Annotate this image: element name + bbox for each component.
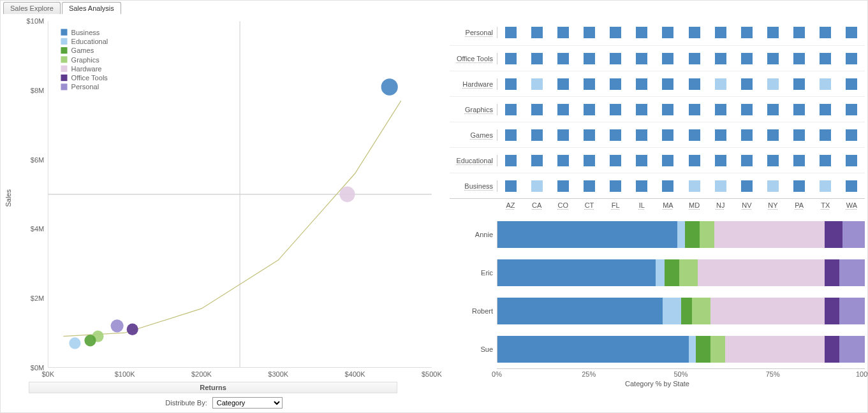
heatmap-col-label[interactable]: WA xyxy=(839,201,865,209)
heatmap-row-label[interactable]: Games xyxy=(450,131,497,139)
heatmap-cell[interactable] xyxy=(786,129,813,141)
heatmap-cell[interactable] xyxy=(733,180,760,192)
stacked-bar[interactable] xyxy=(497,259,865,286)
heatmap-cell[interactable] xyxy=(786,78,813,90)
heatmap-cell[interactable] xyxy=(760,27,786,38)
heatmap-cell[interactable] xyxy=(603,104,629,115)
heatmap-cell[interactable] xyxy=(760,78,786,90)
heatmap-cell[interactable] xyxy=(603,78,629,90)
stacked-segment-hardware[interactable] xyxy=(698,259,825,286)
heatmap-cell[interactable] xyxy=(497,78,524,90)
heatmap-cell[interactable] xyxy=(576,155,602,166)
legend-label[interactable]: Graphics xyxy=(71,55,100,63)
legend-swatch-business[interactable] xyxy=(61,29,67,35)
heatmap-col-label[interactable]: CO xyxy=(550,201,576,209)
stacked-segment-business[interactable] xyxy=(497,298,663,324)
heatmap-cell[interactable] xyxy=(839,78,865,90)
heatmap-cell[interactable] xyxy=(681,27,707,38)
stacked-segment-graphics[interactable] xyxy=(710,336,725,363)
tab-sales-analysis[interactable]: Sales Analysis xyxy=(62,2,121,14)
heatmap-cell[interactable] xyxy=(629,155,655,166)
heatmap-cell[interactable] xyxy=(733,78,760,90)
heatmap-cell[interactable] xyxy=(576,129,602,141)
stacked-segment-games[interactable] xyxy=(665,259,679,286)
heatmap-cell[interactable] xyxy=(524,78,550,90)
heatmap-cell[interactable] xyxy=(497,129,524,141)
heatmap-cell[interactable] xyxy=(681,104,707,115)
heatmap-col-label[interactable]: NY xyxy=(760,201,786,209)
stacked-row-label[interactable]: Eric xyxy=(450,269,497,277)
stacked-segment-hardware[interactable] xyxy=(710,298,825,324)
stacked-segment-graphics[interactable] xyxy=(692,298,710,324)
heatmap-col-label[interactable]: NV xyxy=(733,201,760,209)
stacked-bar[interactable] xyxy=(497,336,865,363)
heatmap-cell[interactable] xyxy=(524,155,550,166)
stacked-segment-educational[interactable] xyxy=(663,298,681,324)
scatter-point-business[interactable] xyxy=(381,78,398,96)
heatmap-cell[interactable] xyxy=(550,104,576,115)
heatmap-cell[interactable] xyxy=(760,104,786,115)
heatmap-row-label[interactable]: Office Tools xyxy=(450,55,497,62)
heatmap-row-label[interactable]: Personal xyxy=(450,29,497,36)
heatmap-cell[interactable] xyxy=(629,129,655,141)
heatmap-cell[interactable] xyxy=(576,180,602,192)
legend-label[interactable]: Games xyxy=(71,47,94,54)
heatmap-cell[interactable] xyxy=(707,27,733,38)
heatmap-col-label[interactable]: CT xyxy=(576,201,602,209)
heatmap-cell[interactable] xyxy=(733,129,760,141)
stacked-segment-hardware[interactable] xyxy=(725,336,825,363)
legend-swatch-educational[interactable] xyxy=(61,38,67,45)
heatmap-cell[interactable] xyxy=(497,104,524,115)
legend-label[interactable]: Personal xyxy=(71,83,99,91)
stacked-segment-graphics[interactable] xyxy=(679,259,698,286)
legend-label[interactable]: Hardware xyxy=(71,65,102,73)
heatmap-cell[interactable] xyxy=(655,27,681,38)
heatmap-cell[interactable] xyxy=(839,155,865,166)
stacked-bars[interactable]: AnnieEricRobertSue0%25%50%75%100%Categor… xyxy=(450,213,865,389)
heatmap-cell[interactable] xyxy=(786,104,813,115)
heatmap-col-label[interactable]: CA xyxy=(524,201,550,209)
legend-swatch-hardware[interactable] xyxy=(61,66,67,72)
stacked-segment-office-tools[interactable] xyxy=(825,336,839,363)
heatmap-cell[interactable] xyxy=(786,53,813,64)
heatmap-cell[interactable] xyxy=(524,27,550,38)
heatmap-cell[interactable] xyxy=(576,104,602,115)
heatmap-cell[interactable] xyxy=(760,155,786,166)
scatter-point-games[interactable] xyxy=(84,335,96,346)
legend-label[interactable]: Office Tools xyxy=(71,74,108,82)
heatmap-cell[interactable] xyxy=(550,27,576,38)
heatmap-cell[interactable] xyxy=(786,155,813,166)
scatter-point-personal[interactable] xyxy=(111,319,124,332)
legend-label[interactable]: Educational xyxy=(71,38,108,45)
heatmap-cell[interactable] xyxy=(839,129,865,141)
stacked-segment-personal[interactable] xyxy=(839,298,865,324)
distribute-select[interactable]: Category xyxy=(212,397,283,409)
heatmap-cell[interactable] xyxy=(733,155,760,166)
heatmap-cell[interactable] xyxy=(813,104,839,115)
heatmap-cell[interactable] xyxy=(524,53,550,64)
stacked-segment-hardware[interactable] xyxy=(714,221,825,248)
heatmap-cell[interactable] xyxy=(655,180,681,192)
heatmap-cell[interactable] xyxy=(813,155,839,166)
heatmap-col-label[interactable]: TX xyxy=(813,201,839,209)
stacked-bar[interactable] xyxy=(497,221,865,248)
stacked-row-label[interactable]: Robert xyxy=(450,307,497,315)
stacked-segment-office-tools[interactable] xyxy=(825,259,839,286)
heatmap-cell[interactable] xyxy=(813,53,839,64)
heatmap-cell[interactable] xyxy=(576,78,602,90)
stacked-segment-personal[interactable] xyxy=(839,336,865,363)
heatmap-cell[interactable] xyxy=(813,78,839,90)
heatmap-cell[interactable] xyxy=(681,53,707,64)
heatmap-cell[interactable] xyxy=(497,180,524,192)
heatmap-cell[interactable] xyxy=(839,104,865,115)
heatmap-cell[interactable] xyxy=(839,180,865,192)
heatmap-col-label[interactable]: AZ xyxy=(497,201,524,209)
heatmap-cell[interactable] xyxy=(707,129,733,141)
heatmap-cell[interactable] xyxy=(550,180,576,192)
stacked-segment-office-tools[interactable] xyxy=(825,221,843,248)
stacked-segment-personal[interactable] xyxy=(839,259,865,286)
heatmap-cell[interactable] xyxy=(681,78,707,90)
stacked-segment-business[interactable] xyxy=(497,336,689,363)
heatmap-cell[interactable] xyxy=(497,155,524,166)
legend-label[interactable]: Business xyxy=(71,29,100,36)
